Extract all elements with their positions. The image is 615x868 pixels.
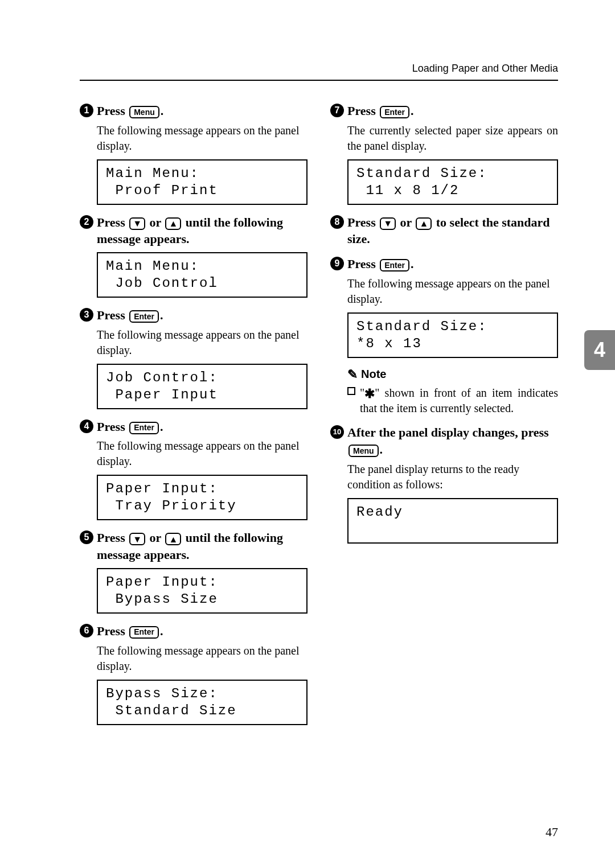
lcd-display: Job Control: Paper Input: [97, 364, 308, 409]
step-number-icon: 9: [330, 257, 344, 270]
step-text: Press: [347, 104, 379, 118]
step-body: The panel display returns to the ready c…: [347, 462, 558, 492]
step-number-icon: 10: [330, 425, 344, 439]
step-number-icon: 7: [330, 104, 344, 117]
step-text: Press: [347, 215, 379, 229]
step-body: The following message appears on the pan…: [97, 643, 308, 674]
down-arrow-key-icon: ▼: [129, 533, 145, 545]
step-body: The following message appears on the pan…: [347, 276, 558, 307]
page-number: 47: [546, 825, 558, 840]
lcd-display: Ready: [347, 498, 558, 544]
step-text: .: [160, 419, 163, 434]
down-arrow-key-icon: ▼: [129, 217, 145, 230]
right-column: 7 Press Enter. The currently selected pa…: [330, 102, 558, 734]
step-body: The following message appears on the pan…: [97, 327, 308, 358]
step-5: 5 Press ▼ or ▲ until the fol­lowing mess…: [80, 529, 308, 613]
step-2: 2 Press ▼ or ▲ until the fol­lowing mess…: [80, 214, 308, 298]
step-1: 1 Press Menu. The following message appe…: [80, 102, 308, 205]
step-text: .: [161, 104, 164, 118]
menu-key-icon: Menu: [129, 106, 159, 118]
note-text: ": [360, 386, 364, 399]
lcd-display: Paper Input: Tray Priority: [97, 475, 308, 520]
step-text: Press: [347, 257, 379, 271]
step-number-icon: 6: [80, 624, 93, 637]
step-number-icon: 5: [80, 530, 93, 544]
step-3: 3 Press Enter. The following message app…: [80, 307, 308, 409]
step-body: The following message appears on the pan…: [97, 123, 308, 154]
step-text: Press: [97, 104, 128, 118]
step-text: .: [160, 624, 163, 638]
step-text: or: [146, 530, 164, 545]
step-7: 7 Press Enter. The currently selected pa…: [330, 102, 558, 205]
up-arrow-key-icon: ▲: [165, 217, 181, 230]
left-column: 1 Press Menu. The following message appe…: [80, 102, 308, 734]
note-heading: ✎ Note: [347, 367, 558, 382]
step-10: 10 After the panel display chang­es, pre…: [330, 424, 558, 543]
step-4: 4 Press Enter. The following message app…: [80, 418, 308, 521]
menu-key-icon: Menu: [348, 445, 379, 457]
step-body: The currently selected paper size appear…: [347, 123, 558, 154]
step-text: .: [411, 257, 414, 271]
step-text: Press: [97, 419, 128, 434]
bullet-box-icon: [347, 387, 355, 395]
header-section-title: Loading Paper and Other Media: [412, 63, 558, 75]
down-arrow-key-icon: ▼: [380, 217, 396, 230]
step-text: Press: [97, 624, 128, 638]
header-rule: [80, 80, 558, 81]
enter-key-icon: Enter: [129, 310, 159, 323]
star-icon: ✱: [364, 385, 375, 402]
step-number-icon: 3: [80, 308, 93, 322]
lcd-display: Standard Size: *8 x 13: [347, 312, 558, 358]
pencil-icon: ✎: [347, 367, 358, 382]
step-body: The following message appears on the pan…: [97, 438, 308, 469]
step-text: or: [397, 215, 415, 229]
step-6: 6 Press Enter. The following message app…: [80, 623, 308, 725]
step-text: .: [160, 308, 163, 322]
lcd-display: Main Menu: Proof Print: [97, 159, 308, 205]
enter-key-icon: Enter: [380, 259, 409, 271]
step-text: Press: [97, 215, 128, 229]
lcd-display: Paper Input: Bypass Size: [97, 568, 308, 614]
note-item: "✱" shown in front of an item indicates …: [347, 384, 558, 417]
step-number-icon: 4: [80, 419, 93, 433]
note-label: Note: [361, 368, 386, 381]
step-text: .: [380, 442, 383, 456]
step-text: Press: [97, 530, 128, 545]
step-number-icon: 1: [80, 104, 93, 117]
lcd-display: Bypass Size: Standard Size: [97, 680, 308, 725]
step-text: After the panel display chang­es, press: [347, 425, 549, 439]
step-number-icon: 2: [80, 215, 93, 229]
enter-key-icon: Enter: [129, 626, 159, 639]
note-text: " shown in front of an item indicates th…: [360, 386, 558, 415]
enter-key-icon: Enter: [129, 422, 159, 434]
enter-key-icon: Enter: [380, 106, 409, 118]
step-9: 9 Press Enter. The following message app…: [330, 256, 558, 358]
lcd-display: Standard Size: 11 x 8 1/2: [347, 159, 558, 205]
step-text: .: [411, 104, 414, 118]
up-arrow-key-icon: ▲: [416, 217, 432, 230]
chapter-tab: 4: [584, 330, 615, 370]
step-number-icon: 8: [330, 215, 344, 229]
step-8: 8 Press ▼ or ▲ to select the standard si…: [330, 214, 558, 248]
step-text: Press: [97, 308, 128, 322]
up-arrow-key-icon: ▲: [165, 533, 181, 545]
lcd-display: Main Menu: Job Control: [97, 252, 308, 298]
step-text: or: [146, 215, 164, 229]
